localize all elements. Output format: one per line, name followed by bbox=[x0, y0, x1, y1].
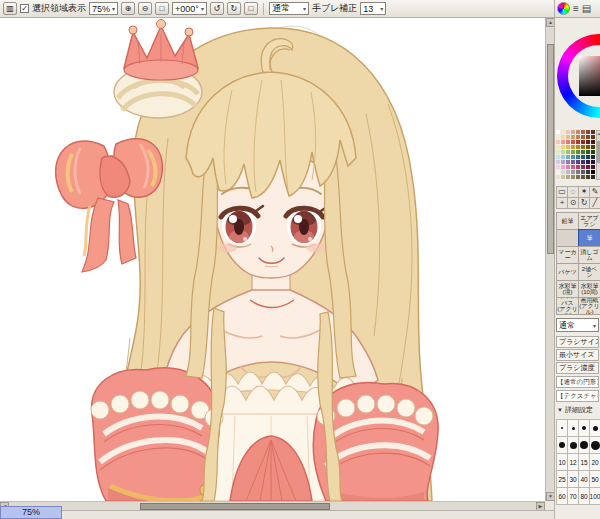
zoom-combo[interactable]: 75%▾ bbox=[89, 2, 118, 15]
color-swatch[interactable] bbox=[556, 145, 560, 149]
color-swatch[interactable] bbox=[576, 135, 580, 139]
color-swatch[interactable] bbox=[566, 145, 570, 149]
color-swatch[interactable] bbox=[586, 160, 590, 164]
tool-button[interactable]: 鉛筆 bbox=[556, 212, 579, 230]
color-swatch[interactable] bbox=[576, 150, 580, 154]
color-swatch[interactable] bbox=[581, 160, 585, 164]
color-swatch[interactable] bbox=[566, 155, 570, 159]
tool-button[interactable]: バケツ bbox=[556, 263, 579, 281]
color-swatch[interactable] bbox=[586, 130, 590, 134]
color-swatch[interactable] bbox=[586, 175, 590, 179]
vertical-scrollbar[interactable]: ▲ ▼ bbox=[545, 18, 554, 501]
rotate-ccw-button[interactable]: ↺ bbox=[210, 2, 224, 15]
eyedropper-icon[interactable]: ╱ bbox=[589, 197, 600, 209]
color-swatch[interactable] bbox=[566, 170, 570, 174]
color-swatch[interactable] bbox=[571, 145, 575, 149]
tool-button[interactable]: 消しゴム bbox=[578, 246, 600, 264]
angle-combo[interactable]: +000°▾ bbox=[172, 2, 207, 15]
menu-icon[interactable]: ≡ bbox=[573, 3, 579, 14]
color-swatch[interactable] bbox=[586, 140, 590, 144]
stabilizer-combo[interactable]: 13▾ bbox=[360, 2, 386, 15]
brush-size-preset[interactable] bbox=[589, 419, 600, 437]
color-swatch[interactable] bbox=[571, 175, 575, 179]
color-swatch[interactable] bbox=[591, 140, 595, 144]
color-swatch[interactable] bbox=[576, 130, 580, 134]
color-swatch[interactable] bbox=[556, 165, 560, 169]
min-size-slider[interactable]: 最小サイズ bbox=[556, 349, 599, 361]
color-swatch[interactable] bbox=[581, 145, 585, 149]
color-swatch[interactable] bbox=[561, 130, 565, 134]
color-swatch[interactable] bbox=[591, 165, 595, 169]
color-swatch[interactable] bbox=[561, 135, 565, 139]
color-swatch[interactable] bbox=[556, 135, 560, 139]
rotate-cw-button[interactable]: ↻ bbox=[227, 2, 241, 15]
color-swatch[interactable] bbox=[576, 155, 580, 159]
color-swatch[interactable] bbox=[581, 155, 585, 159]
tool-button[interactable]: キャンバス (アクリル) bbox=[556, 297, 579, 315]
color-swatch[interactable] bbox=[571, 155, 575, 159]
color-swatch[interactable] bbox=[591, 150, 595, 154]
color-swatch[interactable] bbox=[561, 140, 565, 144]
color-swatch[interactable] bbox=[561, 175, 565, 179]
palette-grid-icon[interactable]: ▤ bbox=[582, 3, 591, 14]
brush-texture-selector[interactable]: 【テクスチャなし】 bbox=[556, 390, 599, 402]
color-swatch[interactable] bbox=[556, 150, 560, 154]
color-swatch[interactable] bbox=[591, 155, 595, 159]
saturation-value-square[interactable] bbox=[579, 56, 600, 96]
color-swatch[interactable] bbox=[576, 165, 580, 169]
tool-button[interactable]: エアブラシ bbox=[578, 212, 600, 230]
color-swatch[interactable] bbox=[591, 145, 595, 149]
color-swatch[interactable] bbox=[576, 175, 580, 179]
color-swatch[interactable] bbox=[586, 155, 590, 159]
color-swatch[interactable] bbox=[576, 160, 580, 164]
color-swatch[interactable] bbox=[561, 150, 565, 154]
color-swatch[interactable] bbox=[556, 175, 560, 179]
color-swatch[interactable] bbox=[561, 165, 565, 169]
tool-button[interactable]: 筆 bbox=[578, 229, 600, 247]
brush-shape-selector[interactable]: 【通常の円形】 bbox=[556, 376, 599, 388]
color-swatch[interactable] bbox=[586, 165, 590, 169]
tool-button[interactable]: マーカー bbox=[556, 246, 579, 264]
tool-button[interactable]: 2値ペン bbox=[578, 263, 600, 281]
zoom-in-button[interactable]: ⊕ bbox=[121, 2, 135, 15]
tool-button[interactable]: 画用紙 (アクリル) bbox=[578, 297, 600, 315]
color-swatch[interactable] bbox=[576, 140, 580, 144]
color-swatch[interactable] bbox=[556, 140, 560, 144]
brush-density-slider[interactable]: ブラシ濃度 bbox=[556, 362, 599, 374]
horizontal-scrollbar[interactable]: ◀ ▶ bbox=[0, 501, 545, 510]
brush-size-preset[interactable]: 50 bbox=[589, 470, 600, 488]
color-swatch[interactable] bbox=[556, 130, 560, 134]
color-swatch[interactable] bbox=[586, 145, 590, 149]
color-swatch[interactable] bbox=[561, 145, 565, 149]
zoom-out-button[interactable]: ⊖ bbox=[138, 2, 152, 15]
color-swatch[interactable] bbox=[581, 175, 585, 179]
color-swatch[interactable] bbox=[581, 165, 585, 169]
brush-size-preset[interactable]: 100 bbox=[589, 487, 600, 505]
color-swatch[interactable] bbox=[571, 150, 575, 154]
tool-button[interactable]: 水彩筆 (境) bbox=[556, 280, 579, 298]
vertical-scroll-thumb[interactable] bbox=[547, 44, 554, 254]
color-swatch[interactable] bbox=[571, 170, 575, 174]
color-swatch[interactable] bbox=[581, 135, 585, 139]
blend-mode-combo[interactable]: 通常▾ bbox=[269, 2, 309, 15]
color-swatch[interactable] bbox=[561, 155, 565, 159]
color-swatch[interactable] bbox=[581, 170, 585, 174]
color-swatch[interactable] bbox=[571, 130, 575, 134]
color-wheel[interactable] bbox=[557, 34, 600, 118]
color-swatch[interactable] bbox=[581, 130, 585, 134]
advanced-settings-toggle[interactable]: ▼ 詳細設定 bbox=[557, 405, 599, 415]
color-swatch[interactable] bbox=[586, 150, 590, 154]
paint-mode-combo[interactable]: 通常▾ bbox=[556, 318, 599, 332]
color-swatch[interactable] bbox=[566, 150, 570, 154]
color-swatch[interactable] bbox=[566, 140, 570, 144]
color-swatch[interactable] bbox=[581, 140, 585, 144]
drawing-canvas[interactable] bbox=[0, 18, 545, 501]
color-swatch[interactable] bbox=[561, 160, 565, 164]
color-swatch[interactable] bbox=[556, 155, 560, 159]
color-wheel-icon[interactable] bbox=[557, 2, 570, 15]
swatch-scrollbar[interactable]: ▲ bbox=[596, 130, 600, 180]
tool-button[interactable]: 水彩筆 (10周) bbox=[578, 280, 600, 298]
brush-size-slider[interactable]: ブラシサイズ bbox=[556, 336, 599, 348]
zoom-reset-button[interactable]: □ bbox=[155, 2, 169, 15]
color-swatch[interactable] bbox=[576, 145, 580, 149]
